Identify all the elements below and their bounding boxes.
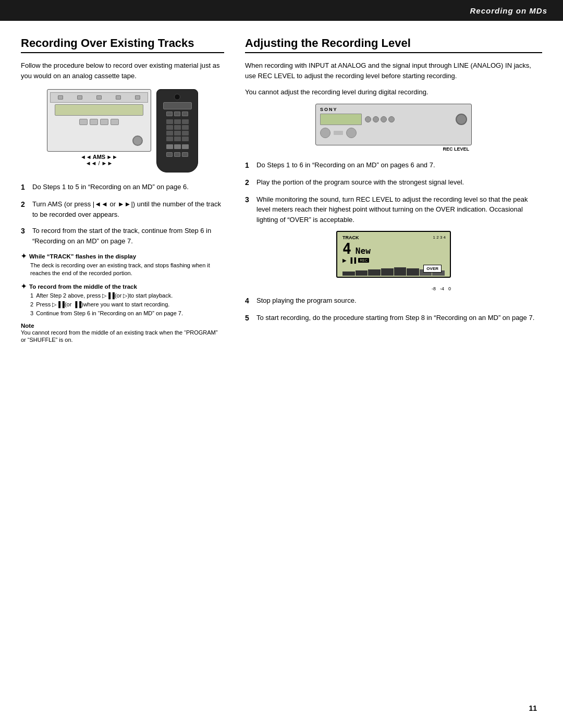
tip-header-text-1: While “TRACK” flashes in the display <box>29 253 136 260</box>
rec-badge: REC <box>358 258 369 263</box>
tip-substep-num-3: 3 <box>30 310 33 317</box>
right-step-num-3: 3 <box>245 194 252 225</box>
sony-btn-2 <box>373 116 379 122</box>
tip-header-1: ✦ While “TRACK” flashes in the display <box>21 252 224 260</box>
r-btn-3 <box>182 119 189 124</box>
remote-btn-b <box>174 112 180 116</box>
right-step-4: 4 Stop playing the program source. <box>245 295 542 306</box>
tip-substep-2: 2 Press ▷▐▐(or ▐▐)where you want to star… <box>30 301 224 309</box>
right-step-text-4: Stop playing the program source. <box>256 295 357 306</box>
step-text-3: To record from the start of the track, c… <box>32 226 224 246</box>
main-content: Recording Over Existing Tracks Follow th… <box>0 21 563 365</box>
sony-logo: SONY <box>320 107 467 112</box>
meter-5 <box>394 267 407 276</box>
right-section-title: Adjusting the Recording Level <box>245 36 542 53</box>
md-deck-illustration <box>47 89 151 152</box>
display-panel-container: TRACK 1 2 3 4 4 New ▶ ▐▐ REC <box>245 231 542 291</box>
r-btn-10 <box>166 137 173 141</box>
remote-numpad <box>166 119 189 141</box>
r-btn-6 <box>182 125 189 130</box>
meter-4 <box>381 268 394 276</box>
right-steps-list: 1 Do Steps 1 to 6 in “Recording on an MD… <box>245 160 542 225</box>
right-steps-list-2: 4 Stop playing the program source. 5 To … <box>245 295 542 324</box>
page-number: 11 <box>529 704 537 712</box>
tip-header-2: ✦ To record from the middle of the track <box>21 282 224 290</box>
db-minus4: -4 <box>440 286 444 291</box>
deck-knob <box>132 135 143 146</box>
header-title: Recording on MDs <box>470 6 547 15</box>
left-intro: Follow the procedure below to record ove… <box>21 60 224 81</box>
db-minus8: -8 <box>432 286 436 291</box>
sony-display <box>320 114 362 125</box>
tip-substep-text-2: Press ▷▐▐(or ▐▐)where you want to start … <box>36 301 169 309</box>
display-number: 4 <box>342 242 351 256</box>
right-column: Adjusting the Recording Level When recor… <box>245 36 542 344</box>
note-text: You cannot record from the middle of an … <box>21 329 224 344</box>
right-step-num-5: 5 <box>245 313 252 324</box>
remote-illustration <box>156 89 198 172</box>
r-transport-2 <box>174 144 181 149</box>
sony-btn-4 <box>388 116 395 122</box>
header-bar: Recording on MDs <box>0 0 563 21</box>
r-btn-11 <box>174 137 181 141</box>
display-icons-row: ▶ ▐▐ REC <box>342 257 445 263</box>
sony-deck-area: SONY <box>245 104 542 152</box>
tip-body-1: The deck is recording over an existing t… <box>21 262 224 277</box>
tip-box-2: ✦ To record from the middle of the track… <box>21 282 224 317</box>
note-label: Note <box>21 323 224 329</box>
ctrl-btn-2 <box>90 119 98 125</box>
r-btn-1 <box>166 119 173 124</box>
step-num-3: 3 <box>21 226 28 246</box>
tip-substep-text-1: After Step 2 above, press ▷▐▐(or ▷)to st… <box>36 292 173 300</box>
r-btn-4 <box>166 125 173 130</box>
display-track-row: TRACK <box>342 235 445 240</box>
r-transport-1 <box>166 144 173 149</box>
tip-body-2: 1 After Step 2 above, press ▷▐▐(or ▷)to … <box>21 292 224 317</box>
deck-btn-3 <box>96 95 102 100</box>
db-zero: 0 <box>448 286 451 291</box>
r-btn-9 <box>182 131 189 135</box>
ctrl-btn-4 <box>111 119 119 125</box>
display-track-label: TRACK <box>342 235 359 240</box>
left-column: Recording Over Existing Tracks Follow th… <box>21 36 224 344</box>
play-icon: ▶ <box>342 257 347 263</box>
meter-6 <box>407 268 419 276</box>
remote-screen <box>163 102 192 109</box>
sony-btn-1 <box>365 116 371 122</box>
right-step-text-1: Do Steps 1 to 6 in “Recording on an MD” … <box>256 160 435 171</box>
tip-substep-3: 3 Continue from Step 6 in “Recording on … <box>30 310 224 317</box>
tip-icon-1: ✦ <box>21 252 27 260</box>
right-step-text-3: While monitoring the sound, turn REC LEV… <box>256 194 542 225</box>
device-illustration-area: ◄◄ AMS ►► ◄◄ / ►► <box>21 89 224 172</box>
display-track-nums: 1 2 3 4 <box>433 235 446 240</box>
remote-btn-row-2 <box>166 152 188 157</box>
sony-btn-circle-2 <box>346 128 357 138</box>
meter-3 <box>368 269 381 276</box>
display-panel: TRACK 1 2 3 4 4 New ▶ ▐▐ REC <box>336 231 451 278</box>
left-step-2: 2 Turn AMS (or press |◄◄ or ►►|) until t… <box>21 199 224 219</box>
sony-btn-3 <box>381 116 387 122</box>
deck-btn-1 <box>58 95 63 100</box>
meter-1 <box>342 272 355 276</box>
right-step-text-5: To start recording, do the procedure sta… <box>256 313 534 324</box>
remote-btn-a <box>166 112 173 116</box>
remote-ir <box>174 94 180 100</box>
ctrl-btn-1 <box>79 119 88 125</box>
tip-substep-text-3: Continue from Step 6 in “Recording on an… <box>36 310 183 317</box>
note-box: Note You cannot record from the middle o… <box>21 323 224 344</box>
tip-substep-num-2: 2 <box>30 301 33 309</box>
r-transport-3 <box>182 144 189 149</box>
db-labels: -8 -4 0 <box>336 286 451 291</box>
r-btn-7 <box>166 131 173 135</box>
display-new-text: New <box>356 246 371 256</box>
ams-arrows: ◄◄ AMS ►► <box>80 154 118 160</box>
tip-box-1: ✦ While “TRACK” flashes in the display T… <box>21 252 224 277</box>
left-step-1: 1 Do Steps 1 to 5 in “Recording on an MD… <box>21 182 224 193</box>
remote-btn-d <box>166 152 173 157</box>
deck-controls <box>79 119 119 125</box>
step-num-1: 1 <box>21 182 28 193</box>
right-step-num-4: 4 <box>245 295 252 306</box>
r-btn-12 <box>182 137 189 141</box>
tip-substep-1: 1 After Step 2 above, press ▷▐▐(or ▷)to … <box>30 292 224 300</box>
tip-header-text-2: To record from the middle of the track <box>29 283 137 290</box>
